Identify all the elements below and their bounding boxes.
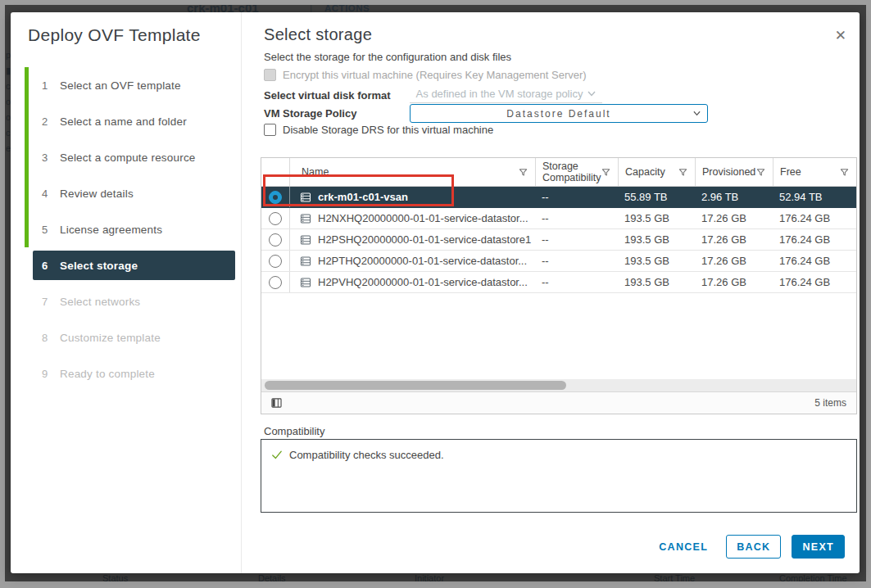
chevron-down-icon xyxy=(693,111,701,116)
step-label: Customize template xyxy=(60,332,161,344)
datastore-icon xyxy=(300,234,311,246)
filter-icon[interactable] xyxy=(601,168,610,177)
storage-compatibility-cell: -- xyxy=(535,208,618,228)
capacity-cell: 193.5 GB xyxy=(618,272,695,292)
storage-radio[interactable] xyxy=(269,191,282,204)
back-button[interactable]: BACK xyxy=(726,535,781,559)
datastore-icon xyxy=(300,192,311,203)
provisioned-cell: 17.26 GB xyxy=(695,208,773,228)
table-body: crk-m01-c01-vsan -- 55.89 TB 2.96 TB 52.… xyxy=(261,187,856,293)
filter-icon[interactable] xyxy=(840,168,849,177)
datastore-table: Name Storage Compatibility Capacity Prov… xyxy=(261,157,857,414)
step-label: Select storage xyxy=(60,260,138,272)
horizontal-scrollbar xyxy=(261,379,856,391)
vm-storage-policy-select[interactable]: Datastore Default xyxy=(410,104,708,123)
storage-policy-value: Datastore Default xyxy=(506,108,610,120)
step-number: 8 xyxy=(42,332,53,344)
compatibility-box: Compatibility checks succeeded. xyxy=(261,439,857,513)
close-icon[interactable]: ✕ xyxy=(835,29,846,43)
select-storage-panel: Select storage ✕ Select the storage for … xyxy=(242,12,860,573)
disk-format-value: As defined in the VM storage policy xyxy=(416,88,583,100)
wizard-step[interactable]: 9 Ready to complete xyxy=(11,355,241,391)
datastore-name: H2PSHQ20000000-01-01-service-datastore1 xyxy=(318,233,531,246)
capacity-cell: 193.5 GB xyxy=(618,229,695,250)
page-title: Select storage xyxy=(264,25,372,44)
dialog-actions: CANCEL BACK NEXT xyxy=(659,535,845,559)
storage-radio[interactable] xyxy=(269,212,282,225)
storage-radio[interactable] xyxy=(269,255,282,268)
column-header-free: Free xyxy=(773,158,856,186)
wizard-step[interactable]: 5 License agreements xyxy=(11,211,241,247)
free-cell: 176.24 GB xyxy=(773,272,856,292)
step-label: Select an OVF template xyxy=(60,79,181,92)
provisioned-cell: 17.26 GB xyxy=(695,272,773,292)
encrypt-row: Encrypt this virtual machine (Requires K… xyxy=(264,69,587,81)
background-column-header: Completion Time xyxy=(779,573,847,581)
wizard-step[interactable]: 7 Select networks xyxy=(11,283,241,319)
datastore-name: H2NXHQ20000000-01-01-service-datastor... xyxy=(318,212,528,224)
column-header-capacity: Capacity xyxy=(618,158,695,186)
filter-icon[interactable] xyxy=(519,168,528,177)
encrypt-checkbox xyxy=(264,69,276,81)
filter-icon[interactable] xyxy=(678,168,687,177)
free-cell: 176.24 GB xyxy=(773,229,856,250)
free-cell: 176.24 GB xyxy=(773,251,856,271)
wizard-step[interactable]: 8 Customize template xyxy=(11,319,241,355)
provisioned-cell: 17.26 GB xyxy=(695,251,773,271)
next-button[interactable]: NEXT xyxy=(792,535,845,559)
storage-compatibility-cell: -- xyxy=(535,187,618,207)
background-column-header: Status xyxy=(102,573,128,581)
free-cell: 52.94 TB xyxy=(773,187,856,207)
step-label: Ready to complete xyxy=(60,368,155,380)
free-cell: 176.24 GB xyxy=(773,208,856,228)
radio-column-header xyxy=(261,158,289,186)
wizard-step[interactable]: 2 Select a name and folder xyxy=(11,103,241,139)
storage-radio[interactable] xyxy=(269,233,282,247)
datastore-icon xyxy=(300,277,311,288)
step-number: 3 xyxy=(42,152,53,164)
column-settings-icon[interactable] xyxy=(271,398,282,408)
datastore-name: H2PTHQ20000000-01-01-service-datastor... xyxy=(318,255,527,267)
provisioned-cell: 17.26 GB xyxy=(695,229,773,250)
step-number: 4 xyxy=(42,188,53,200)
deploy-ovf-template-dialog: Deploy OVF Template 1 Select an OVF temp… xyxy=(11,12,860,573)
datastore-name: H2PVHQ20000000-01-01-service-datastor... xyxy=(318,276,528,288)
disable-drs-checkbox[interactable] xyxy=(264,124,276,136)
step-label: Select a compute resource xyxy=(60,152,196,164)
wizard-step[interactable]: 6 Select storage xyxy=(33,251,235,280)
step-number: 1 xyxy=(42,79,53,92)
datastore-icon xyxy=(300,213,311,224)
wizard-step[interactable]: 4 Review details xyxy=(11,175,241,211)
datastore-row[interactable]: H2PTHQ20000000-01-01-service-datastor...… xyxy=(261,251,856,272)
cancel-button[interactable]: CANCEL xyxy=(659,541,708,553)
storage-policy-label: VM Storage Policy xyxy=(264,107,410,120)
disable-drs-label: Disable Storage DRS for this virtual mac… xyxy=(283,124,493,136)
datastore-icon xyxy=(300,256,311,267)
dialog-title: Deploy OVF Template xyxy=(28,25,201,45)
background-column-header: Initiator xyxy=(415,573,444,581)
wizard-step[interactable]: 1 Select an OVF template xyxy=(11,67,241,103)
storage-radio[interactable] xyxy=(269,276,282,289)
wizard-step[interactable]: 3 Select a compute resource xyxy=(11,139,241,175)
background-column-header: Details xyxy=(258,573,286,581)
background-tasks-table-header: StatusDetailsInitiatorStart TimeCompleti… xyxy=(5,573,866,581)
table-header: Name Storage Compatibility Capacity Prov… xyxy=(261,158,856,187)
datastore-row[interactable]: H2PSHQ20000000-01-01-service-datastore1 … xyxy=(261,229,856,251)
datastore-row[interactable]: H2NXHQ20000000-01-01-service-datastor...… xyxy=(261,208,856,229)
step-label: Review details xyxy=(60,188,134,200)
filter-icon[interactable] xyxy=(756,168,765,177)
datastore-name-cell: H2PTHQ20000000-01-01-service-datastor... xyxy=(289,251,535,271)
datastore-name: crk-m01-c01-vsan xyxy=(318,191,408,203)
storage-compatibility-cell: -- xyxy=(535,229,618,250)
datastore-row[interactable]: H2PVHQ20000000-01-01-service-datastor...… xyxy=(261,272,856,293)
capacity-cell: 193.5 GB xyxy=(618,208,695,228)
step-label: Select a name and folder xyxy=(60,115,187,128)
scrollbar-thumb[interactable] xyxy=(265,381,566,390)
table-footer: 5 items xyxy=(261,391,856,414)
disk-format-row: Select virtual disk format As defined in… xyxy=(264,87,602,103)
column-header-name: Name xyxy=(289,158,535,186)
column-header-provisioned: Provisioned xyxy=(695,158,773,186)
datastore-name-cell: H2NXHQ20000000-01-01-service-datastor... xyxy=(289,208,535,228)
datastore-row[interactable]: crk-m01-c01-vsan -- 55.89 TB 2.96 TB 52.… xyxy=(261,187,856,208)
step-label: Select networks xyxy=(60,296,140,308)
